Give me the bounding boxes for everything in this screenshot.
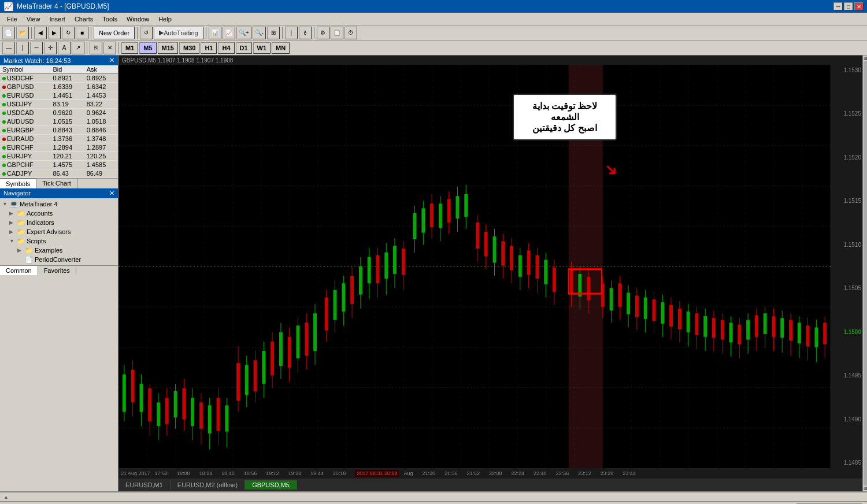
period-btn-tb[interactable]: ⏱ [344, 27, 357, 39]
nav-item-metatrader4[interactable]: ▼ 💻 MetaTrader 4 [1, 199, 117, 209]
nav-item-examples[interactable]: ▶ 📁 Examples [1, 246, 117, 255]
tab-symbols[interactable]: Symbols [0, 179, 36, 188]
svg-rect-146 [721, 320, 724, 340]
symbol-cell: GBPUSD [0, 83, 50, 91]
bid-cell: 1.2894 [50, 143, 84, 152]
period-mn[interactable]: MN [272, 42, 290, 54]
line-tool[interactable]: — [2, 42, 15, 54]
period-m15[interactable]: M15 [158, 42, 178, 54]
period-m30[interactable]: M30 [179, 42, 199, 54]
period-w1[interactable]: W1 [253, 42, 271, 54]
main-area: Market Watch: 16:24:53 ✕ Symbol Bid Ask … [0, 55, 867, 491]
market-row[interactable]: EURCHF 1.2894 1.2897 [0, 143, 118, 152]
maximize-button[interactable]: □ [844, 2, 853, 10]
price-6: 1.1505 [832, 285, 861, 291]
market-row[interactable]: USDCAD 0.9620 0.9624 [0, 109, 118, 117]
market-row[interactable]: EURUSD 1.4451 1.4453 [0, 91, 118, 100]
svg-rect-31 [208, 405, 212, 433]
arrow-tool[interactable]: ↗ [72, 42, 84, 54]
nav-tab-common[interactable]: Common [0, 266, 38, 275]
svg-rect-61 [342, 283, 345, 312]
crosshair-tool[interactable]: ✛ [44, 42, 57, 54]
chart-tab-eurusd-m2[interactable]: EURUSD,M2 (offline) [171, 480, 245, 490]
menu-window[interactable]: Window [122, 14, 154, 24]
chart-header: GBPUSD,M5 1.1907 1.1908 1.1907 1.1908 [118, 55, 862, 65]
scroll-down-btn[interactable] [864, 487, 867, 490]
menu-view[interactable]: View [22, 14, 45, 24]
new-order-button[interactable]: New Order [94, 27, 135, 39]
text-tool[interactable]: A [58, 42, 71, 54]
period-h4[interactable]: H4 [218, 42, 234, 54]
nav-tab-favorites[interactable]: Favorites [38, 266, 76, 275]
menu-charts[interactable]: Charts [70, 14, 98, 24]
zoom-in-btn[interactable]: 🔍+ [236, 27, 251, 39]
refresh-btn[interactable]: ↻ [62, 27, 75, 39]
period-m1[interactable]: M1 [121, 42, 138, 54]
autotrading-button[interactable]: ▶ AutoTrading [154, 27, 203, 39]
delete-tool[interactable]: ✕ [103, 42, 116, 54]
ask-cell: 0.8925 [84, 74, 118, 83]
minimize-button[interactable]: ─ [833, 2, 843, 10]
symbol-cell: USDCAD [0, 109, 50, 117]
hline-tool[interactable]: ─ [30, 42, 43, 54]
nav-item-period-converter[interactable]: 📄 PeriodConverter [1, 255, 117, 264]
menu-insert[interactable]: Insert [45, 14, 70, 24]
time-label-9: 19:44 [310, 470, 324, 476]
chart-type2[interactable]: 🕯 [299, 27, 312, 39]
menu-help[interactable]: Help [154, 14, 176, 24]
back-btn[interactable]: ◀ [34, 27, 47, 39]
market-watch-close[interactable]: ✕ [109, 57, 114, 64]
market-row[interactable]: USDCHF 0.8921 0.8925 [0, 74, 118, 83]
nav-item-scripts[interactable]: ▼ 📁 Scripts [1, 236, 117, 246]
market-row[interactable]: GBPCHF 1.4575 1.4585 [0, 161, 118, 169]
chart-tab-eurusd-m1[interactable]: EURUSD,M1 [118, 480, 171, 490]
market-row[interactable]: AUDUSD 1.0515 1.0518 [0, 117, 118, 126]
market-row[interactable]: GBPUSD 1.6339 1.6342 [0, 83, 118, 91]
market-watch-title: Market Watch: 16:24:53 [3, 57, 71, 64]
navigator-close[interactable]: ✕ [109, 190, 114, 197]
resize-icon: ▲ [3, 494, 9, 500]
new-btn[interactable]: 📄 [2, 27, 15, 39]
menu-tools[interactable]: Tools [98, 14, 122, 24]
refresh2-btn[interactable]: ↺ [140, 27, 153, 39]
period-d1[interactable]: D1 [236, 42, 252, 54]
indicator-btn[interactable]: ⚙ [317, 27, 329, 39]
market-row[interactable]: EURAUD 1.3736 1.3748 [0, 135, 118, 143]
price-axis: 1.1530 1.1525 1.1520 1.1515 1.1510 1.150… [831, 65, 862, 468]
chart-btn1[interactable]: 📊 [209, 27, 221, 39]
close-button[interactable]: ✕ [854, 2, 864, 10]
chart-tab-gbpusd-m5[interactable]: GBPUSD,M5 [245, 480, 297, 490]
copy-tool[interactable]: ⎘ [90, 42, 102, 54]
market-row[interactable]: CADJPY 86.43 86.49 [0, 169, 118, 178]
sep8 [118, 42, 119, 54]
period-h1[interactable]: H1 [201, 42, 217, 54]
market-watch-table: Symbol Bid Ask USDCHF 0.8921 0.8925 GBPU… [0, 65, 118, 178]
scroll-up-btn[interactable] [864, 57, 867, 60]
open-btn[interactable]: 📂 [16, 27, 29, 39]
stop-btn[interactable]: ■ [76, 27, 88, 39]
menu-bar: File View Insert Charts Tools Window Hel… [0, 13, 867, 25]
market-row[interactable]: EURJPY 120.21 120.25 [0, 152, 118, 161]
svg-rect-59 [334, 290, 337, 320]
svg-rect-77 [413, 213, 417, 239]
chart-type1[interactable]: | [285, 27, 298, 39]
svg-rect-87 [455, 196, 459, 218]
zoom-out-btn[interactable]: 🔍- [253, 27, 266, 39]
nav-item-indicators[interactable]: ▶ 📁 Indicators [1, 218, 117, 227]
grid-btn[interactable]: ⊞ [267, 27, 280, 39]
chart-main[interactable]: لاحظ توقيت بداية الشمعه اصبح كل دقيقتين … [118, 65, 831, 468]
market-row[interactable]: EURGBP 0.8843 0.8846 [0, 126, 118, 135]
svg-rect-103 [527, 250, 531, 275]
chart-btn2[interactable]: 📈 [223, 27, 235, 39]
market-row[interactable]: USDJPY 83.19 83.22 [0, 100, 118, 109]
svg-rect-95 [493, 236, 497, 262]
period-m5[interactable]: M5 [139, 42, 156, 54]
template-btn[interactable]: 📋 [331, 27, 343, 39]
nav-item-expert-advisors[interactable]: ▶ 📁 Expert Advisors [1, 227, 117, 236]
forward-btn[interactable]: ▶ [48, 27, 61, 39]
nav-item-accounts[interactable]: ▶ 📁 Accounts [1, 209, 117, 218]
st-resize-handle[interactable]: ▲ [0, 492, 867, 502]
vline-tool[interactable]: | [16, 42, 29, 54]
menu-file[interactable]: File [2, 14, 22, 24]
tab-tick-chart[interactable]: Tick Chart [36, 179, 77, 188]
